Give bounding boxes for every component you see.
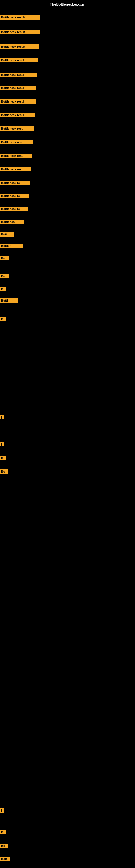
bottleneck-result-item: Bott (0, 232, 14, 237)
bottleneck-result-item: B (0, 317, 6, 321)
bottleneck-result-item: Bottl (0, 299, 18, 303)
bottleneck-result-item: Bottleneck resul (0, 86, 37, 90)
bottleneck-result-item: Bottleneck resul (0, 58, 38, 62)
bottleneck-result-item: | (0, 442, 4, 446)
bottleneck-result-item: Bottleneck resu (0, 140, 33, 144)
bottleneck-result-item: | (0, 415, 4, 420)
bottleneck-result-item: Bottleneck resul (0, 73, 37, 77)
bottleneck-result-item: Bottleneck resu (0, 126, 34, 131)
bottleneck-result-item: Bottleneck resul (0, 99, 36, 104)
bottleneck-result-item: B (0, 830, 6, 834)
bottleneck-result-item: Bott (0, 857, 10, 861)
bottleneck-result-item: Bottleneck re (0, 181, 30, 185)
bottleneck-result-item: B (0, 287, 6, 291)
site-title: TheBottlenecker.com (0, 0, 135, 9)
bottleneck-result-item: | (0, 808, 4, 813)
bottleneck-result-item: Bottleneck result (0, 15, 41, 20)
bottleneck-result-item: Bottlenec (0, 220, 24, 224)
bottleneck-result-item: Bottlen (0, 244, 23, 248)
bottleneck-result-item: Bottleneck resul (0, 113, 35, 117)
bottleneck-result-item: Bottleneck result (0, 30, 40, 34)
bottleneck-result-item: Bo (0, 844, 8, 848)
bottleneck-result-item: Bottleneck re (0, 207, 28, 211)
bottleneck-result-item: B (0, 456, 6, 460)
bottleneck-result-item: Bo (0, 469, 8, 474)
bottleneck-result-item: Bottleneck res (0, 167, 31, 172)
bottleneck-result-item: Bo (0, 256, 9, 260)
bottleneck-result-item: Bo (0, 274, 9, 278)
bottleneck-result-item: Bottleneck result (0, 44, 39, 49)
bottleneck-result-item: Bottleneck resu (0, 154, 32, 158)
bottleneck-result-item: Bottleneck re (0, 194, 29, 198)
